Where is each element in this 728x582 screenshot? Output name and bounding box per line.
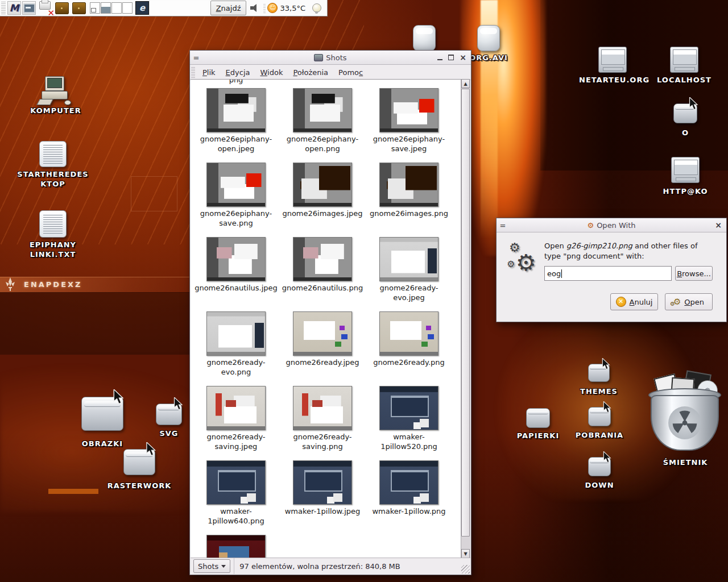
- file-item[interactable]: wmaker-1pillow.png: [366, 459, 452, 534]
- file-item[interactable]: gnome26ready-saving.png: [279, 385, 366, 459]
- file-item[interactable]: gnome26ready-evo.jpeg: [366, 236, 452, 310]
- maximize-button[interactable]: [448, 55, 454, 60]
- file-item[interactable]: gnome26nautilus.jpeg: [193, 236, 279, 310]
- minimize-button[interactable]: [437, 55, 442, 60]
- file-thumbnail[interactable]: [293, 88, 352, 132]
- file-thumbnail[interactable]: [206, 88, 266, 132]
- file-view[interactable]: png gnome26epiphany-open.jpeg gnome26epi…: [191, 79, 470, 558]
- file-thumbnail[interactable]: [206, 460, 266, 505]
- app-launcher-m[interactable]: M: [7, 1, 21, 15]
- file-item[interactable]: gnome26epiphany-open.png: [279, 87, 366, 161]
- file-thumbnail[interactable]: [379, 311, 439, 356]
- workspace-2[interactable]: [101, 2, 111, 14]
- file-thumbnail[interactable]: [379, 88, 439, 132]
- file-thumbnail[interactable]: [293, 460, 352, 505]
- file-thumbnail[interactable]: [206, 237, 266, 281]
- desktop-icon-trash[interactable]: ŚMIETNIK: [647, 372, 723, 467]
- dialog-titlebar[interactable]: = ⚙ Open With ×: [497, 218, 726, 232]
- window-menu-button[interactable]: =: [190, 53, 202, 62]
- file-item[interactable]: gnome26ready.png: [366, 310, 452, 385]
- volume-icon[interactable]: [250, 4, 259, 12]
- scroll-down-button[interactable]: ▼: [461, 549, 470, 558]
- desktop-icon-cube-left[interactable]: [413, 25, 436, 51]
- desktop-icon-komputer[interactable]: KOMPUTER: [27, 76, 84, 115]
- desktop-icon-epiphany-linki[interactable]: EPIPHANY LINKI.TXT: [22, 210, 84, 259]
- desktop-icon-localhost[interactable]: LOCALHOST: [653, 47, 715, 85]
- file-thumbnail[interactable]: [293, 386, 352, 430]
- menu-edycja[interactable]: Edycja: [221, 66, 255, 78]
- file-item[interactable]: wmaker-1pillow640.png: [193, 459, 279, 534]
- file-thumbnail[interactable]: [293, 237, 352, 281]
- close-button[interactable]: ×: [460, 53, 466, 61]
- close-button[interactable]: ×: [715, 221, 722, 229]
- desktop-icon-o[interactable]: O: [667, 103, 704, 138]
- menu-widok[interactable]: Widok: [255, 66, 288, 78]
- open-with-gears-icon: ⚙: [587, 222, 594, 229]
- file-item[interactable]: wmaker-1pillow520.png: [366, 385, 452, 459]
- file-thumbnail[interactable]: [206, 311, 266, 356]
- file-item[interactable]: gnome26nautilus.png: [279, 236, 366, 310]
- menubar-grip[interactable]: [191, 66, 195, 78]
- vertical-scrollbar[interactable]: ▲ ▼: [461, 79, 470, 558]
- file-thumbnail[interactable]: [379, 163, 439, 207]
- file-thumbnail[interactable]: [206, 386, 266, 430]
- terminal-launcher[interactable]: [22, 1, 36, 15]
- workspace-1[interactable]: [90, 2, 100, 14]
- open-button[interactable]: ⚙ Open: [665, 293, 713, 310]
- drawer-applet-2[interactable]: [72, 2, 86, 14]
- epiphany-launcher[interactable]: e: [135, 1, 149, 15]
- file-name: gnome26ready-evo.png: [194, 357, 278, 377]
- radioactive-icon: [672, 410, 698, 436]
- dialog-message: Open g26-gimp210.png and other files of …: [544, 241, 716, 261]
- file-item[interactable]: gnome26images.png: [366, 161, 452, 236]
- application-input[interactable]: eog: [544, 266, 672, 281]
- cancel-button[interactable]: ✕ Anuluj: [610, 293, 658, 310]
- scroll-up-button[interactable]: ▲: [461, 79, 470, 88]
- shots-titlebar[interactable]: = Shots ×: [190, 51, 471, 65]
- desktop-icon-pobrania[interactable]: POBRANIA: [572, 407, 627, 440]
- file-name: gnome26epiphany-open.jpeg: [194, 134, 278, 153]
- desktop-icon-netart[interactable]: NETARTEU.ORG: [579, 47, 646, 85]
- desktop-icon-org-avi[interactable]: ORG.AVI: [466, 25, 511, 63]
- printer-applet[interactable]: ✕: [38, 1, 52, 15]
- file-thumbnail[interactable]: [379, 460, 439, 505]
- file-thumbnail[interactable]: [379, 237, 439, 281]
- file-item[interactable]: gnome26ready-saving.jpeg: [193, 385, 279, 459]
- desktop-icon-httpko[interactable]: HTTP@KO: [654, 157, 717, 196]
- panel-drag-handle[interactable]: [1, 2, 6, 14]
- file-thumbnail[interactable]: [206, 163, 266, 207]
- desktop-icon-down[interactable]: DOWN: [576, 457, 623, 490]
- find-button[interactable]: Znajdź: [210, 1, 247, 15]
- weather-smiley-icon[interactable]: ☺: [267, 3, 278, 13]
- drawer-applet-1[interactable]: [55, 2, 69, 14]
- browse-button[interactable]: Browse...: [675, 266, 713, 281]
- desktop-icon-obrazki[interactable]: OBRAZKI: [68, 397, 136, 448]
- scrollbar-thumb[interactable]: [461, 89, 470, 537]
- file-item[interactable]: gnome26epiphany-save.png: [193, 161, 279, 236]
- file-item[interactable]: gnome26ready.jpeg: [279, 310, 366, 385]
- file-item[interactable]: gnome26images.jpeg: [279, 161, 366, 236]
- menu-pomoc[interactable]: Pomoc: [333, 66, 368, 78]
- desktop-icon-starthere[interactable]: STARTHEREDES KTOP: [16, 141, 90, 189]
- location-dropdown[interactable]: Shots: [193, 559, 230, 573]
- workspace-4[interactable]: [122, 2, 133, 14]
- desktop-icon-themes[interactable]: THEMES: [573, 364, 624, 396]
- desktop-icon-rasterwork[interactable]: RASTERWORK: [105, 449, 173, 490]
- file-item[interactable]: gnome26epiphany-save.jpeg: [366, 87, 452, 161]
- file-thumbnail[interactable]: [293, 163, 352, 207]
- file-thumbnail[interactable]: [293, 311, 352, 356]
- desktop-icon-svg[interactable]: SVG: [149, 404, 189, 438]
- file-item[interactable]: wmaker-1pillow.jpeg: [279, 459, 366, 534]
- file-thumbnail[interactable]: [206, 535, 266, 558]
- window-menu-button[interactable]: =: [497, 221, 509, 230]
- workspace-3[interactable]: [111, 2, 122, 14]
- menu-polozenia[interactable]: Położenia: [288, 66, 333, 78]
- file-thumbnail[interactable]: [379, 386, 439, 430]
- lightbulb-icon[interactable]: [312, 3, 321, 13]
- menu-plik[interactable]: Plik: [197, 66, 221, 78]
- desktop-icon-papierki[interactable]: PAPIERKI: [512, 408, 564, 440]
- file-item[interactable]: gnome26ready-evo.png: [193, 310, 279, 385]
- file-item[interactable]: gnome26epiphany-open.jpeg: [193, 87, 279, 161]
- file-item-partial[interactable]: [193, 534, 279, 558]
- resize-grip[interactable]: [461, 565, 470, 573]
